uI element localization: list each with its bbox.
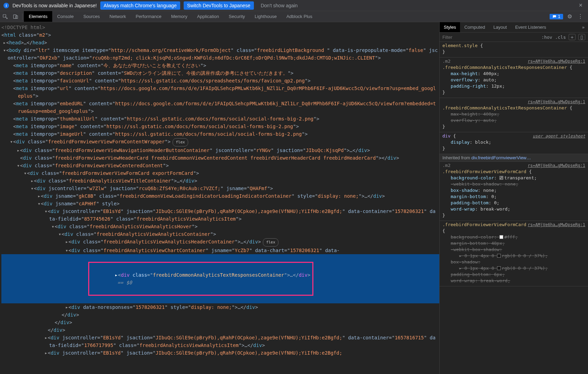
dont-show-again-button[interactable]: Don't show again bbox=[257, 1, 301, 10]
dom-doctype: <!DOCTYPE html> bbox=[1, 25, 45, 30]
elements-dom-tree[interactable]: <!DOCTYPE html> <html class="m2"> ▸<head… bbox=[0, 22, 439, 374]
sidebar-tabs: Styles Computed Layout Event Listeners » bbox=[440, 22, 588, 33]
styles-filterbar: :hov .cls ＋ ▯ bbox=[440, 33, 588, 42]
color-swatch-shadow[interactable] bbox=[497, 266, 501, 270]
source-link[interactable]: rs=AMjVe6ha…gMwDpseRg:1 bbox=[528, 99, 585, 105]
styles-sidebar: Styles Computed Layout Event Listeners »… bbox=[439, 22, 588, 374]
tab-elements[interactable]: Elements bbox=[24, 11, 52, 22]
layout-badge-flex[interactable]: flex bbox=[173, 138, 188, 146]
devtools-toolbar: Elements Console Sources Network Perform… bbox=[0, 11, 588, 22]
sidetab-computed[interactable]: Computed bbox=[460, 22, 489, 32]
devtools-infobar: i DevTools is now available in Japanese!… bbox=[0, 0, 588, 11]
switch-devtools-language-button[interactable]: Switch DevTools to Japanese bbox=[184, 1, 254, 10]
style-rule-4[interactable]: rs=AMjVe6ha…gMwDpseRg:1 .freebirdFormvie… bbox=[440, 221, 588, 286]
color-swatch-white[interactable] bbox=[499, 235, 503, 239]
sidebar-more-icon[interactable]: » bbox=[579, 25, 588, 30]
source-link[interactable]: rs=AMjVe6ha…gMwDpseRg:1 bbox=[528, 222, 585, 228]
style-rule-ua[interactable]: user agent stylesheet div { display: blo… bbox=[440, 132, 588, 154]
tab-sources[interactable]: Sources bbox=[79, 11, 105, 22]
tab-network[interactable]: Network bbox=[105, 11, 131, 22]
style-rule-3[interactable]: rs=AMjVe6ha…gMwDpseRg:1 .m2 .freebirdFor… bbox=[440, 162, 588, 221]
layout-badge-flex[interactable]: flex bbox=[263, 238, 278, 247]
device-toolbar-icon[interactable] bbox=[10, 11, 21, 22]
tab-performance[interactable]: Performance bbox=[131, 11, 166, 22]
tab-console[interactable]: Console bbox=[52, 11, 79, 22]
sidetab-styles[interactable]: Styles bbox=[440, 22, 460, 32]
color-swatch-transparent[interactable] bbox=[499, 176, 503, 180]
message-count-value: 1 bbox=[558, 14, 560, 19]
settings-gear-icon[interactable]: ⚙ bbox=[566, 13, 573, 20]
styles-filter-input[interactable] bbox=[442, 35, 539, 40]
more-menu-icon[interactable]: ⋮ bbox=[576, 13, 585, 20]
style-rule-2[interactable]: rs=AMjVe6ha…gMwDpseRg:1 .freebirdCommonA… bbox=[440, 98, 588, 132]
main-tabs: Elements Console Sources Network Perform… bbox=[24, 11, 317, 22]
sidetab-layout[interactable]: Layout bbox=[489, 22, 511, 32]
inspect-element-icon[interactable] bbox=[0, 11, 10, 22]
style-rule-1[interactable]: rs=AMjVe6ha…gMwDpseRg:1 .m2 .freebirdCom… bbox=[440, 57, 588, 98]
tab-lighthouse[interactable]: Lighthouse bbox=[250, 11, 282, 22]
tab-adblock[interactable]: Adblock Plus bbox=[282, 11, 317, 22]
selected-eq0: == $0 bbox=[114, 280, 132, 285]
ua-label: user agent stylesheet bbox=[533, 133, 585, 139]
selected-dom-node[interactable]: ▸<div class="freebirdCommonAnalyticsText… bbox=[1, 254, 439, 303]
tab-security[interactable]: Security bbox=[224, 11, 250, 22]
sidetab-events[interactable]: Event Listeners bbox=[511, 22, 550, 32]
infobar-message: DevTools is now available in Japanese! bbox=[12, 3, 97, 8]
tab-application[interactable]: Application bbox=[192, 11, 224, 22]
console-message-count[interactable]: 1 bbox=[550, 14, 563, 19]
source-link[interactable]: rs=AMjVe6ha…gMwDpseRg:1 bbox=[528, 162, 585, 169]
tab-memory[interactable]: Memory bbox=[166, 11, 192, 22]
source-link[interactable]: rs=AMjVe6ha…gMwDpseRg:1 bbox=[528, 58, 585, 64]
cls-toggle[interactable]: .cls bbox=[555, 35, 566, 40]
infobar-close-icon[interactable]: × bbox=[577, 2, 585, 9]
info-icon: i bbox=[3, 3, 9, 8]
style-rule-element[interactable]: element.style { } bbox=[440, 42, 588, 57]
color-swatch-shadow[interactable] bbox=[497, 254, 501, 258]
new-style-rule-icon[interactable]: ＋ bbox=[569, 34, 576, 40]
inherited-from-bar: Inherited from div.freebirdFormviewerVie… bbox=[440, 154, 588, 162]
style-rules-list: element.style { } rs=AMjVe6ha…gMwDpseRg:… bbox=[440, 42, 588, 374]
sidebar-layout-toggle-icon[interactable]: ▯ bbox=[578, 34, 585, 40]
hov-toggle[interactable]: :hov bbox=[541, 35, 552, 40]
always-match-language-button[interactable]: Always match Chrome's language bbox=[100, 1, 180, 10]
separator bbox=[22, 14, 22, 20]
